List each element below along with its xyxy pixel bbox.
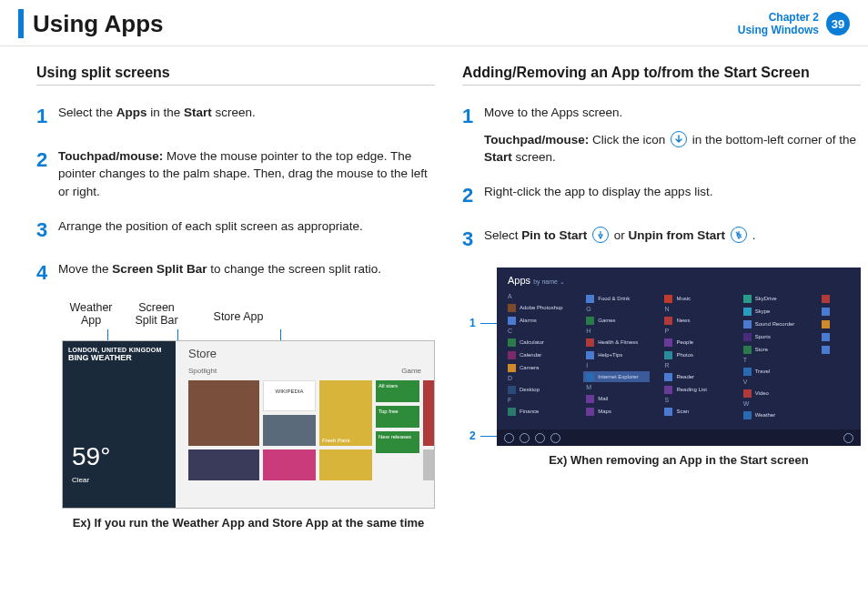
- label-line-splitbar: [177, 329, 178, 340]
- weather-condition: Clear: [72, 476, 89, 484]
- label-line-store: [280, 329, 281, 340]
- app-item: Adobe Photoshop: [508, 302, 571, 313]
- app-item: Video: [743, 388, 807, 399]
- category-letter: D: [508, 375, 571, 381]
- apps-column: SkyDrive Skype Sound Recorder Sports Sto…: [743, 293, 807, 426]
- left-column: Using split screens 1 Select the Apps in…: [36, 65, 435, 530]
- step-text: Arrange the position of each split scree…: [58, 216, 363, 245]
- app-item: Desktop: [508, 384, 571, 395]
- category-letter: P: [664, 328, 728, 334]
- app-item: Help+Tips: [586, 349, 650, 360]
- app-item: [822, 306, 853, 317]
- screenshot-apps-list: Apps by name ⌄ A Adobe Photoshop Alarms …: [497, 268, 861, 446]
- category-letter: T: [743, 357, 807, 363]
- app-item: SkyDrive: [743, 293, 807, 304]
- category-letter: N: [664, 306, 728, 312]
- store-tile: [423, 380, 434, 446]
- store-spotlight-label: Spotlight Game: [176, 367, 434, 375]
- appbar-icon: [504, 433, 514, 443]
- app-item: Calculator: [508, 337, 571, 348]
- store-tile-freshpaint: Fresh Paint: [319, 380, 372, 446]
- chapter-line1: Chapter 2: [738, 11, 819, 24]
- step-number: 1: [462, 102, 484, 167]
- app-item: Finance: [508, 406, 571, 417]
- chapter-line2: Using Windows: [738, 24, 819, 36]
- header-right: Chapter 2 Using Windows 39: [738, 11, 850, 37]
- right-step-3: 3 Select Pin to Start or Unpin from Star…: [462, 225, 861, 254]
- category-letter: H: [586, 328, 650, 334]
- app-item: Store: [743, 344, 807, 355]
- app-item: Health & Fitness: [586, 337, 650, 348]
- right-step-1: 1 Move to the Apps screen. Touchpad/mous…: [462, 102, 861, 167]
- label-store: Store App: [193, 302, 284, 328]
- store-tile: [423, 449, 434, 480]
- weather-brand: BING WEATHER: [63, 353, 170, 362]
- apps-column: Music N News P People Photos R Reader Re…: [664, 293, 728, 426]
- apps-appbar: [497, 429, 861, 446]
- category-letter: W: [743, 400, 807, 407]
- category-letter: R: [664, 362, 728, 369]
- pin-icon: [592, 227, 609, 243]
- category-letter: S: [664, 397, 728, 403]
- category-letter: M: [586, 384, 650, 390]
- step-text: Move the Screen Split Bar to change the …: [58, 258, 381, 288]
- step-text: Right-click the app to display the apps …: [484, 181, 712, 210]
- app-item: Music: [664, 293, 728, 304]
- app-item: Scan: [664, 406, 728, 417]
- label-line-weather: [107, 329, 108, 340]
- app-item: Photos: [664, 349, 728, 360]
- page-number-badge: 39: [826, 12, 850, 35]
- app-item: [822, 331, 853, 342]
- appbar-icon: [550, 433, 560, 443]
- apps-column: Food & Drink G Games H Health & Fitness …: [586, 293, 650, 426]
- step-number: 2: [36, 146, 58, 201]
- screenshot1-caption: Ex) If you run the Weather App and Store…: [62, 516, 435, 530]
- label-split-bar: ScreenSplit Bar: [129, 302, 184, 328]
- store-tile-newreleases: New releases: [376, 431, 419, 453]
- right-subhead: Adding/Removing an App to/from the Start…: [462, 65, 861, 86]
- app-item: Maps: [586, 406, 650, 417]
- right-column: Adding/Removing an App to/from the Start…: [462, 65, 861, 530]
- store-tile: [319, 449, 372, 480]
- category-letter: C: [508, 328, 571, 334]
- app-item-selected: Internet Explorer: [583, 371, 650, 382]
- step-text: Move to the Apps screen. Touchpad/mouse:…: [484, 102, 861, 167]
- store-tile-wikipedia: WIKIPEDIA: [263, 380, 316, 411]
- app-item: Reader: [664, 371, 728, 382]
- header-accent-bar: [18, 9, 24, 38]
- app-item: People: [664, 337, 728, 348]
- step-number: 3: [462, 225, 484, 254]
- screenshot2-wrap: 1 2 Apps by name ⌄ A Adobe Photoshop Ala…: [497, 268, 861, 467]
- category-letter: I: [586, 362, 650, 369]
- app-item: Games: [586, 315, 650, 326]
- app-item: Food & Drink: [586, 293, 650, 304]
- step-number: 3: [36, 216, 58, 245]
- store-app-pane: Store Spotlight Game WIKIPEDIA: [176, 341, 434, 508]
- store-tile-allstars: All stars: [376, 380, 419, 402]
- step-number: 2: [462, 181, 484, 210]
- store-tile: [263, 415, 316, 446]
- app-item: Weather: [743, 409, 807, 420]
- weather-location: LONDON, UNITED KINGDOM: [63, 341, 170, 353]
- step-text: Touchpad/mouse: Move the mouse pointer t…: [58, 146, 435, 201]
- app-item: Camera: [508, 362, 571, 373]
- store-tile: [263, 449, 316, 480]
- step-number: 1: [36, 102, 58, 131]
- down-arrow-icon: [671, 131, 687, 147]
- app-item: Alarms: [508, 315, 571, 326]
- category-letter: A: [508, 293, 571, 299]
- left-step-1: 1 Select the Apps in the Start screen.: [36, 102, 435, 131]
- page-header: Using Apps Chapter 2 Using Windows 39: [0, 0, 868, 46]
- app-item: Calendar: [508, 349, 571, 360]
- app-item: Sports: [743, 331, 807, 342]
- app-item: Sound Recorder: [743, 318, 807, 329]
- store-tile: [188, 449, 259, 480]
- right-step-2: 2 Right-click the app to display the app…: [462, 181, 861, 210]
- app-item: [822, 293, 853, 304]
- unpin-icon: [731, 227, 747, 243]
- left-step-4: 4 Move the Screen Split Bar to change th…: [36, 258, 435, 288]
- appbar-icon: [535, 433, 545, 443]
- content-columns: Using split screens 1 Select the Apps in…: [0, 46, 868, 530]
- step-text: Select Pin to Start or Unpin from Start …: [484, 225, 755, 254]
- app-item: Travel: [743, 366, 807, 377]
